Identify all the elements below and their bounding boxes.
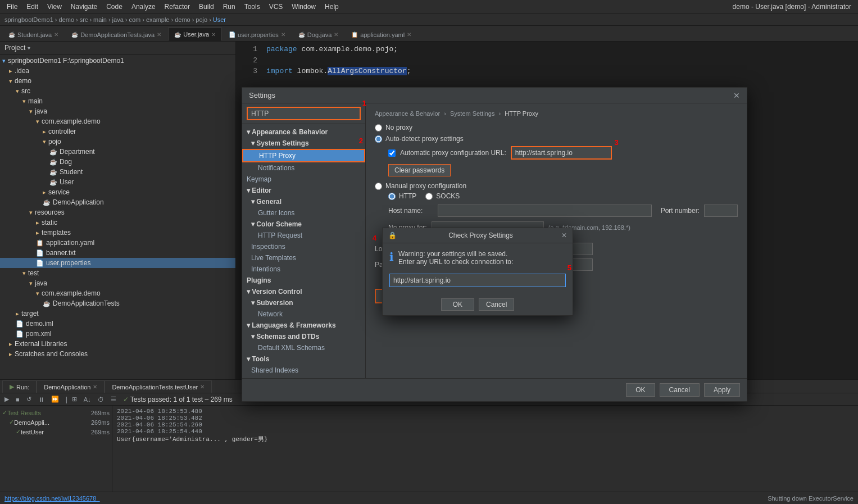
- settings-item-http-proxy[interactable]: HTTP Proxy: [242, 149, 365, 162]
- settings-item-plugins[interactable]: Plugins: [242, 275, 365, 286]
- menu-build[interactable]: Build: [194, 0, 219, 13]
- run-tab-testuser[interactable]: DemoApplicationTests.testUser ✕: [105, 380, 212, 393]
- sort-alpha-button[interactable]: A↓: [81, 395, 93, 404]
- tree-item-external-libraries[interactable]: ▸ External Libraries: [0, 339, 235, 349]
- tree-item-src[interactable]: ▾ src: [0, 86, 235, 96]
- settings-item-editor[interactable]: ▾ Editor: [242, 185, 365, 196]
- tree-item-demoapplication[interactable]: ☕ DemoApplication: [0, 197, 235, 207]
- tree-item-static[interactable]: ▸ static: [0, 217, 235, 228]
- clear-passwords-button[interactable]: Clear passwords: [388, 164, 451, 176]
- tab-application-yaml[interactable]: 📋 application.yaml ✕: [345, 28, 417, 41]
- tree-item-scratches[interactable]: ▸ Scratches and Consoles: [0, 349, 235, 359]
- close-icon[interactable]: ✕: [157, 31, 161, 38]
- tree-item-templates[interactable]: ▸ templates: [0, 228, 235, 238]
- menu-vcs[interactable]: VCS: [265, 0, 288, 13]
- breadcrumb-item-0[interactable]: springbootDemo1: [4, 16, 53, 23]
- settings-item-shared-indexes[interactable]: Shared Indexes: [242, 365, 365, 376]
- tree-item-com-example-demo[interactable]: ▾ com.example.demo: [0, 116, 235, 126]
- settings-item-intentions[interactable]: Intentions: [242, 264, 365, 275]
- list-view-button[interactable]: ☰: [108, 394, 119, 404]
- rerun-button[interactable]: ↺: [24, 394, 34, 404]
- play-button[interactable]: ▶: [2, 394, 11, 404]
- tree-item-application-yaml[interactable]: 📋 application.yaml: [0, 238, 235, 248]
- tab-demoapplicationtests-java[interactable]: ☕ DemoApplicationTests.java ✕: [65, 28, 167, 41]
- tree-item-resources[interactable]: ▾ resources: [0, 207, 235, 217]
- tab-dog-java[interactable]: ☕ Dog.java ✕: [292, 28, 344, 41]
- settings-item-http-request[interactable]: HTTP Request: [242, 230, 365, 241]
- auto-config-url-input[interactable]: [511, 146, 612, 160]
- menu-navigate[interactable]: Navigate: [66, 0, 102, 13]
- settings-item-schemas[interactable]: ▾ Schemas and DTDs: [242, 331, 365, 342]
- settings-item-keymap[interactable]: Keymap: [242, 174, 365, 185]
- socks-radio-row[interactable]: SOCKS: [425, 192, 460, 200]
- tree-item-user[interactable]: ☕ User: [0, 177, 235, 187]
- tree-item-demo[interactable]: ▾ demo: [0, 76, 235, 86]
- tree-item-test-java[interactable]: ▾ java: [0, 278, 235, 288]
- settings-item-gutter-icons[interactable]: Gutter Icons: [242, 207, 365, 219]
- breadcrumb-item-5[interactable]: com: [129, 16, 140, 23]
- check-proxy-dialog[interactable]: 🔒 Check Proxy Settings ✕ ℹ Warning: your…: [382, 228, 573, 316]
- apply-button[interactable]: Apply: [704, 383, 740, 397]
- tab-user-java[interactable]: ☕ User.java ✕: [168, 28, 222, 41]
- breadcrumb-item-7[interactable]: demo: [175, 16, 190, 23]
- check-proxy-url-input[interactable]: [389, 274, 566, 287]
- manual-proxy-radio[interactable]: [375, 183, 382, 190]
- no-proxy-radio[interactable]: [375, 124, 382, 131]
- ok-button[interactable]: OK: [626, 383, 655, 397]
- auto-config-url-checkbox[interactable]: [388, 149, 396, 157]
- tab-student-java[interactable]: ☕ Student.java ✕: [2, 28, 65, 41]
- stop-button[interactable]: ■: [13, 395, 22, 404]
- subdialog-close-button[interactable]: ✕: [561, 231, 567, 239]
- run-tab-run[interactable]: ▶ Run:: [2, 380, 37, 393]
- menu-code[interactable]: Code: [102, 0, 127, 13]
- port-input[interactable]: [704, 205, 738, 217]
- dialog-close-button[interactable]: ✕: [733, 92, 740, 99]
- subdialog-ok-button[interactable]: OK: [441, 298, 474, 311]
- test-result-all[interactable]: ✓ Test Results 269ms: [0, 408, 112, 417]
- settings-item-system-settings[interactable]: ▾ System Settings 2: [242, 138, 365, 149]
- settings-item-general[interactable]: ▾ General: [242, 196, 365, 207]
- sort-duration-button[interactable]: ⏱: [96, 395, 106, 404]
- close-icon[interactable]: ✕: [211, 31, 216, 38]
- settings-item-default-xml[interactable]: Default XML Schemas: [242, 342, 365, 353]
- menu-edit[interactable]: Edit: [22, 0, 43, 13]
- auto-detect-radio-row[interactable]: Auto-detect proxy settings: [375, 135, 738, 143]
- tree-item-test[interactable]: ▾ test: [0, 268, 235, 278]
- http-radio-row[interactable]: HTTP: [388, 192, 416, 200]
- host-input[interactable]: [438, 205, 652, 217]
- settings-search-input[interactable]: [247, 107, 361, 120]
- tree-item-main[interactable]: ▾ main: [0, 96, 235, 106]
- auto-detect-radio[interactable]: [375, 135, 382, 143]
- tree-item-banner-txt[interactable]: 📄 banner.txt: [0, 248, 235, 258]
- tree-item-pojo[interactable]: ▾ pojo: [0, 137, 235, 147]
- settings-item-appearance[interactable]: ▾ Appearance & Behavior: [242, 126, 365, 138]
- tree-item-demo-iml[interactable]: 📄 demo.iml: [0, 319, 235, 329]
- tree-item-service[interactable]: ▸ service: [0, 187, 235, 197]
- socks-radio[interactable]: [425, 193, 433, 200]
- no-proxy-radio-row[interactable]: No proxy: [375, 124, 738, 131]
- subdialog-cancel-button[interactable]: Cancel: [479, 298, 514, 311]
- close-icon[interactable]: ✕: [281, 31, 285, 38]
- manual-proxy-radio-row[interactable]: Manual proxy configuration: [375, 182, 738, 190]
- tree-item-target[interactable]: ▸ target: [0, 308, 235, 319]
- breadcrumb-item-1[interactable]: demo: [59, 16, 75, 23]
- tree-item-student[interactable]: ☕ Student: [0, 167, 235, 177]
- tree-item-idea[interactable]: ▸ .idea: [0, 66, 235, 76]
- breadcrumb-item-8[interactable]: pojo: [196, 16, 207, 23]
- tree-item-test-com[interactable]: ▾ com.example.demo: [0, 288, 235, 298]
- cancel-button[interactable]: Cancel: [660, 383, 700, 397]
- settings-item-tools[interactable]: ▾ Tools: [242, 353, 365, 365]
- menu-refactor[interactable]: Refactor: [160, 0, 194, 13]
- breadcrumb-item-6[interactable]: example: [146, 16, 170, 23]
- menu-run[interactable]: Run: [219, 0, 240, 13]
- http-radio[interactable]: [388, 193, 396, 200]
- menu-file[interactable]: File: [2, 0, 22, 13]
- run-tab-demoapplication[interactable]: DemoApplication ✕: [37, 380, 105, 393]
- breadcrumb-item-2[interactable]: src: [80, 16, 88, 23]
- tree-item-java[interactable]: ▾ java: [0, 106, 235, 116]
- tree-item-pom-xml[interactable]: 📄 pom.xml: [0, 329, 235, 339]
- menu-tools[interactable]: Tools: [240, 0, 265, 13]
- settings-item-languages[interactable]: ▾ Languages & Frameworks: [242, 320, 365, 331]
- menu-window[interactable]: Window: [287, 0, 320, 13]
- breadcrumb-item-3[interactable]: main: [93, 16, 107, 23]
